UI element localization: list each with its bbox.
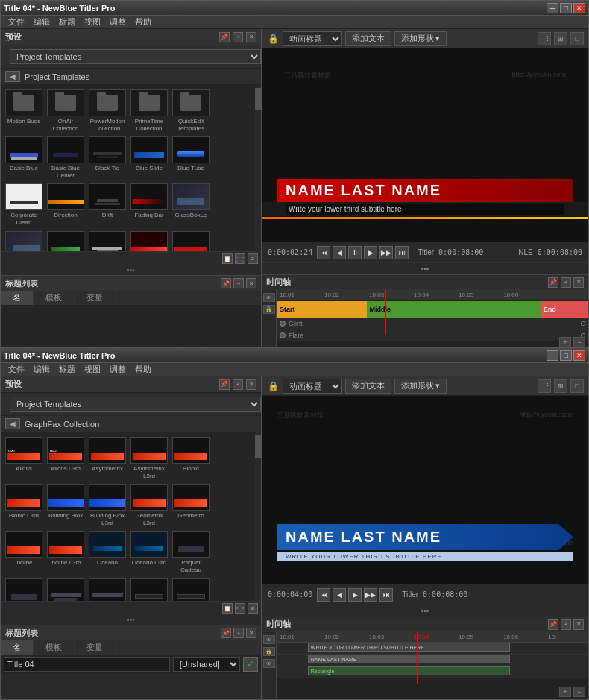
menu-title-2[interactable]: 标题 bbox=[54, 364, 80, 375]
template-item-section9[interactable]: Section 9 bbox=[129, 577, 169, 601]
template-item-green-up[interactable]: Green Up and Fade bbox=[45, 230, 86, 251]
tab-var-1[interactable]: 变量 bbox=[75, 291, 116, 305]
track-icon-lock-2[interactable]: 🔒 bbox=[263, 647, 275, 656]
title-share-select[interactable]: [Unshared] bbox=[173, 657, 240, 672]
grid-bottom-icon3-2[interactable]: ≡ bbox=[248, 603, 258, 614]
template-item-blue-tube[interactable]: Blue Tube bbox=[171, 135, 211, 180]
tab-icon-2[interactable]: + bbox=[233, 278, 244, 288]
template-item-building-blox[interactable]: Building Blox bbox=[45, 482, 86, 528]
lock-icon-2[interactable]: 🔒 bbox=[266, 379, 280, 393]
template-item-oceano[interactable]: Oceano bbox=[87, 529, 127, 575]
tl-zoom-out-2[interactable]: − bbox=[573, 687, 585, 697]
t-rewind-1[interactable]: ◀ bbox=[333, 246, 346, 259]
back-btn-1[interactable]: ◀ bbox=[5, 71, 20, 82]
template-item-black-tie[interactable]: Black Tie bbox=[87, 135, 127, 180]
template-item-incline[interactable]: Incline bbox=[4, 529, 44, 575]
track-icon-lock-1[interactable]: 🔒 bbox=[263, 305, 275, 314]
panel-icon-pin-2[interactable]: 📌 bbox=[219, 379, 230, 390]
template-item-building-blox-l3rd[interactable]: Building Blox L3rd bbox=[87, 482, 127, 528]
toolbar-icon3-1[interactable]: □ bbox=[570, 32, 584, 45]
scroll-bar-2[interactable] bbox=[255, 432, 261, 601]
add-text-btn-2[interactable]: 添加文本 bbox=[345, 379, 391, 394]
panel-icon-new-2[interactable]: + bbox=[233, 379, 243, 390]
t-pause-1[interactable]: ⏸ bbox=[348, 246, 362, 259]
template-item-basic-blue[interactable]: Basic Blue bbox=[4, 135, 44, 180]
tab-var-2[interactable]: 变量 bbox=[75, 640, 116, 655]
panel-icon-close-1[interactable]: ✕ bbox=[246, 32, 256, 42]
tl-icon-3[interactable]: ✕ bbox=[573, 277, 584, 288]
t-skip-start-1[interactable]: ⏮ bbox=[317, 246, 330, 259]
menu-edit-2[interactable]: 编辑 bbox=[29, 364, 54, 375]
template-item-pickup[interactable]: Pickup Stix bbox=[45, 577, 86, 601]
template-item-glassboxri[interactable]: GlassBoxRi bbox=[4, 230, 44, 251]
template-item-blue-slide[interactable]: Blue Slide bbox=[129, 135, 169, 180]
t-play-2[interactable]: ▶ bbox=[348, 588, 362, 602]
template-item-basic-blue-center[interactable]: Basic Blue Center bbox=[45, 135, 86, 180]
toolbar-icon3-2[interactable]: □ bbox=[570, 379, 584, 393]
track-icon-eye-3[interactable]: 👁 bbox=[263, 659, 275, 668]
templates-select-1[interactable]: Project Templates bbox=[10, 49, 261, 64]
panel-icon-new-1[interactable]: + bbox=[233, 32, 243, 42]
tl-icon-1[interactable]: 📌 bbox=[548, 277, 558, 288]
tab-icon-4[interactable]: 📌 bbox=[221, 628, 231, 638]
template-item-direction[interactable]: Direction bbox=[45, 182, 86, 227]
t-play-1[interactable]: ▶ bbox=[364, 246, 377, 259]
close-btn-1[interactable]: ✕ bbox=[573, 3, 585, 13]
menu-help-2[interactable]: 帮助 bbox=[130, 364, 156, 375]
template-item-section9-l3rd[interactable]: Section 9 L3rd bbox=[171, 577, 211, 601]
grid-bottom-icon1-2[interactable]: 📋 bbox=[222, 603, 233, 614]
template-item-paquet[interactable]: Paquet Cadeau bbox=[171, 529, 211, 575]
template-item-drift[interactable]: Drift bbox=[87, 182, 127, 227]
template-item-onair[interactable]: OnAir Collection bbox=[45, 88, 86, 133]
menu-edit-1[interactable]: 编辑 bbox=[29, 16, 54, 28]
toolbar-grid-icon-1[interactable]: ⋮⋮ bbox=[538, 32, 551, 45]
template-item-geometrix-l3rd[interactable]: Geometrix L3rd bbox=[129, 482, 169, 528]
template-item-bionic-l3rd[interactable]: Bionic L3rd bbox=[4, 482, 44, 528]
tl-icon-4[interactable]: 📌 bbox=[548, 619, 558, 630]
close-btn-2[interactable]: ✕ bbox=[573, 350, 585, 361]
tab-icon-3[interactable]: ✕ bbox=[246, 278, 256, 288]
template-item-motion-bugs[interactable]: Motion Bugs bbox=[4, 88, 44, 133]
template-item-allons[interactable]: TEXT Allons bbox=[4, 435, 44, 481]
tab-icon-6[interactable]: ✕ bbox=[246, 628, 256, 638]
tl-zoom-in-2[interactable]: + bbox=[559, 687, 571, 697]
template-item-asymmetrix[interactable]: Asymmetrix bbox=[87, 435, 127, 481]
template-item-quickedit[interactable]: QuickEdit Templates bbox=[171, 88, 211, 133]
menu-file-2[interactable]: 文件 bbox=[4, 364, 29, 375]
menu-help-1[interactable]: 帮助 bbox=[130, 16, 156, 28]
back-btn-2[interactable]: ◀ bbox=[5, 418, 20, 429]
template-item-modern[interactable]: Modern bbox=[87, 230, 127, 251]
minimize-btn-1[interactable]: ─ bbox=[547, 3, 558, 13]
toolbar-icon2-1[interactable]: ⊞ bbox=[554, 32, 567, 45]
template-item-incline-l3rd[interactable]: Incline L3rd bbox=[45, 529, 86, 575]
t-skip-end-1[interactable]: ⏭ bbox=[395, 246, 409, 259]
template-item-primetime[interactable]: PrimeTime Collection bbox=[129, 88, 169, 133]
menu-view-1[interactable]: 视图 bbox=[80, 16, 105, 28]
tl-icon-6[interactable]: ✕ bbox=[573, 619, 584, 630]
tab-name-1[interactable]: 名 bbox=[1, 291, 34, 305]
tab-name-2[interactable]: 名 bbox=[1, 640, 34, 655]
add-shape-btn-2[interactable]: 添加形状 ▾ bbox=[394, 379, 447, 394]
template-item-bionic[interactable]: Bionic bbox=[171, 435, 211, 481]
t-skip-start-2[interactable]: ⏮ bbox=[317, 588, 330, 602]
minimize-btn-2[interactable]: ─ bbox=[547, 350, 558, 361]
template-item-asymmetrix-l3rd[interactable]: Asymmetrix L3rd bbox=[129, 435, 169, 481]
toolbar-grid-icon-2[interactable]: ⋮⋮ bbox=[538, 379, 551, 393]
menu-adjust-2[interactable]: 调整 bbox=[105, 364, 130, 375]
menu-view-2[interactable]: 视图 bbox=[80, 364, 105, 375]
template-item-red-ribbon[interactable]: Red Ribbon bbox=[171, 230, 211, 251]
template-item-pickup-l3rd[interactable]: Pickup Stix L3rd bbox=[87, 577, 127, 601]
template-item-powermotion[interactable]: PowerMotion Collection bbox=[87, 88, 127, 133]
menu-adjust-1[interactable]: 调整 bbox=[105, 16, 130, 28]
scroll-bar-1[interactable] bbox=[255, 85, 261, 251]
grid-bottom-icon2-2[interactable]: ⋮⋮ bbox=[235, 603, 245, 614]
tab-icon-5[interactable]: + bbox=[233, 628, 244, 638]
t-ff-2[interactable]: ▶▶ bbox=[364, 588, 377, 602]
template-item-paquet-l3rd[interactable]: Paquet Cadeau L3rd bbox=[4, 577, 44, 601]
grid-bottom-icon3-1[interactable]: ≡ bbox=[248, 253, 258, 264]
add-shape-btn-1[interactable]: 添加形状 ▾ bbox=[394, 31, 447, 46]
tl-icon-2[interactable]: + bbox=[561, 277, 571, 288]
template-item-allons-l3rd[interactable]: TEXT Allons L3rd bbox=[45, 435, 86, 481]
track-icon-eye-1[interactable]: 👁 bbox=[263, 293, 275, 302]
grid-bottom-icon1-1[interactable]: 📋 bbox=[222, 253, 233, 264]
